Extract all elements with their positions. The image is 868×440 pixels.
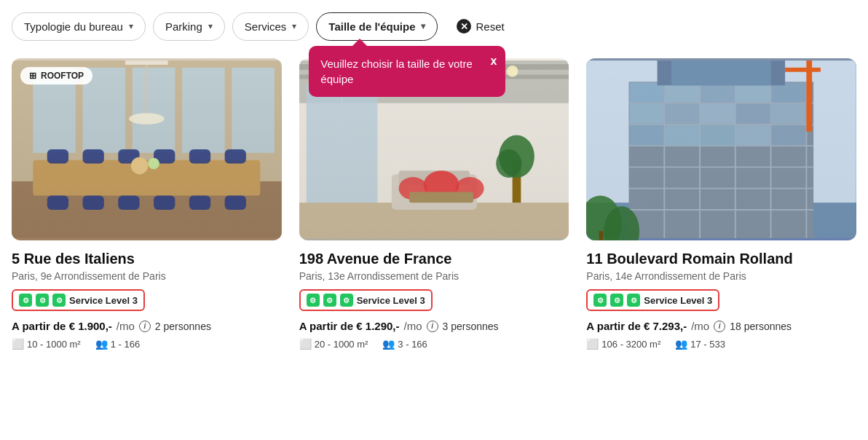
rooftop-label: ROOFTOP <box>41 71 84 81</box>
card-2-area-value: 20 - 1000 m² <box>315 339 368 350</box>
card-2-service-label: Service Level 3 <box>357 295 425 306</box>
card-2-persons: 3 personnes <box>443 321 499 332</box>
card-1-image: ⊞ ROOFTOP <box>12 58 282 240</box>
filter-services[interactable]: Services ▾ <box>232 12 309 41</box>
tooltip-close-button[interactable]: x <box>490 53 497 69</box>
chevron-down-icon: ▾ <box>292 21 296 31</box>
reset-icon: ✕ <box>457 19 471 34</box>
card-3[interactable]: 11 Boulevard Romain Rolland Paris, 14e A… <box>586 58 856 350</box>
svg-rect-25 <box>12 60 282 238</box>
chevron-down-icon: ▾ <box>208 21 213 31</box>
card-2-title: 198 Avenue de France <box>299 251 569 267</box>
card-1-price-unit: /mo <box>117 320 135 332</box>
capacity-icon: 👥 <box>675 338 687 350</box>
card-2[interactable]: 198 Avenue de France Paris, 13e Arrondis… <box>299 58 569 350</box>
card-2-service-badge: ⚙ ⚙ ⚙ Service Level 3 <box>299 289 433 311</box>
card-1-area-value: 10 - 1000 m² <box>27 339 81 350</box>
reset-button[interactable]: ✕ Reset <box>445 12 516 41</box>
card-3-area-value: 106 - 3200 m² <box>601 339 660 350</box>
service-icon-3: ⚙ <box>52 294 66 307</box>
card-2-price: A partir de € 1.290,- /mo i 3 personnes <box>299 320 569 332</box>
card-1-capacity-value: 1 - 166 <box>111 339 140 350</box>
info-icon[interactable]: i <box>427 321 438 332</box>
card-2-capacity: 👥 3 - 166 <box>382 338 427 350</box>
card-1-service-badge: ⚙ ⚙ ⚙ Service Level 3 <box>12 289 145 311</box>
svg-rect-84 <box>586 60 856 238</box>
capacity-icon: 👥 <box>95 338 108 350</box>
service-icon-3: ⚙ <box>340 294 353 307</box>
service-icon-2: ⚙ <box>610 294 623 307</box>
service-icon-1: ⚙ <box>19 294 32 307</box>
filter-typologie[interactable]: Typologie du bureau ▾ <box>12 12 146 41</box>
service-icon-1: ⚙ <box>593 294 607 307</box>
card-1-capacity: 👥 1 - 166 <box>95 338 140 350</box>
rooftop-badge: ⊞ ROOFTOP <box>20 67 92 85</box>
service-icon-2: ⚙ <box>36 294 49 307</box>
filter-parking-label: Parking <box>165 20 202 33</box>
card-3-location: Paris, 14e Arrondissement de Paris <box>586 270 856 282</box>
card-3-title: 11 Boulevard Romain Rolland <box>586 251 856 267</box>
info-icon[interactable]: i <box>714 321 725 332</box>
filter-services-label: Services <box>245 20 287 33</box>
card-2-area: ⬜ 20 - 1000 m² <box>299 338 368 350</box>
service-icon-3: ⚙ <box>627 294 640 307</box>
card-2-capacity-value: 3 - 166 <box>398 339 427 350</box>
filter-parking[interactable]: Parking ▾ <box>153 12 225 41</box>
card-3-meta: ⬜ 106 - 3200 m² 👥 17 - 533 <box>586 338 856 350</box>
card-3-service-badge: ⚙ ⚙ ⚙ Service Level 3 <box>586 289 719 311</box>
capacity-icon: 👥 <box>382 338 395 350</box>
rooftop-icon: ⊞ <box>29 71 36 81</box>
filter-bar: Typologie du bureau ▾ Parking ▾ Services… <box>12 12 856 41</box>
tooltip-text: Veuillez choisir la taille de votre équi… <box>320 58 472 85</box>
card-3-price-value: A partir de € 7.293,- <box>586 320 687 332</box>
card-1-area: ⬜ 10 - 1000 m² <box>12 338 81 350</box>
card-3-persons: 18 personnes <box>730 321 792 332</box>
card-2-price-value: A partir de € 1.290,- <box>299 320 400 332</box>
card-3-service-label: Service Level 3 <box>644 295 712 306</box>
card-3-area: ⬜ 106 - 3200 m² <box>586 338 660 350</box>
card-2-meta: ⬜ 20 - 1000 m² 👥 3 - 166 <box>299 338 569 350</box>
card-2-price-unit: /mo <box>404 320 422 332</box>
area-icon: ⬜ <box>12 338 24 350</box>
area-icon: ⬜ <box>586 338 599 350</box>
filter-taille[interactable]: Taille de l'équipe ▾ <box>316 12 438 41</box>
reset-label: Reset <box>476 20 504 33</box>
card-1-meta: ⬜ 10 - 1000 m² 👥 1 - 166 <box>12 338 282 350</box>
card-3-capacity: 👥 17 - 533 <box>675 338 725 350</box>
card-3-price-unit: /mo <box>691 320 709 332</box>
chevron-down-icon: ▾ <box>129 21 133 31</box>
filter-taille-label: Taille de l'équipe <box>328 20 415 33</box>
card-1[interactable]: ⊞ ROOFTOP 5 Rue des Italiens Paris, 9e A… <box>12 58 282 350</box>
cards-grid: ⊞ ROOFTOP 5 Rue des Italiens Paris, 9e A… <box>12 58 856 350</box>
card-1-persons: 2 personnes <box>155 321 211 332</box>
area-icon: ⬜ <box>299 338 312 350</box>
card-1-service-label: Service Level 3 <box>69 295 138 306</box>
taille-tooltip: Veuillez choisir la taille de votre équi… <box>309 46 505 97</box>
filter-taille-wrapper: Taille de l'équipe ▾ Veuillez choisir la… <box>316 12 438 41</box>
card-2-location: Paris, 13e Arrondissement de Paris <box>299 270 569 282</box>
card-3-image <box>586 58 856 240</box>
service-icon-2: ⚙ <box>323 294 336 307</box>
card-3-capacity-value: 17 - 533 <box>690 339 725 350</box>
card-1-price-value: A partir de € 1.900,- <box>12 320 112 332</box>
card-1-location: Paris, 9e Arrondissement de Paris <box>12 270 282 282</box>
filter-typologie-label: Typologie du bureau <box>24 20 123 33</box>
info-icon[interactable]: i <box>139 321 151 332</box>
chevron-down-icon: ▾ <box>421 21 425 31</box>
service-icon-1: ⚙ <box>307 294 320 307</box>
card-1-title: 5 Rue des Italiens <box>12 251 282 267</box>
card-1-price: A partir de € 1.900,- /mo i 2 personnes <box>12 320 282 332</box>
card-3-price: A partir de € 7.293,- /mo i 18 personnes <box>586 320 856 332</box>
